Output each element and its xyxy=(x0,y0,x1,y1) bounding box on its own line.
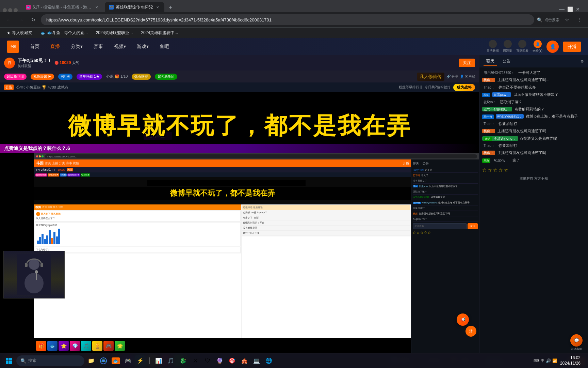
inner-right-item3: 有多少了: 全部 xyxy=(242,215,410,220)
tab1-close[interactable]: ✕ xyxy=(94,4,99,10)
bookmark-3[interactable]: 2024英雄联盟职业... xyxy=(93,29,136,37)
back-button[interactable]: ← xyxy=(4,15,14,25)
cultivation-panel[interactable]: 凡人修仙传 xyxy=(417,73,444,81)
rating-star1[interactable]: ☆ xyxy=(482,167,487,173)
start-button[interactable] xyxy=(3,355,15,367)
taskbar-game2[interactable]: ⚡ xyxy=(135,355,146,366)
nav-video[interactable]: 视频▾ xyxy=(111,42,129,51)
tray-keyboard[interactable]: ⌨ xyxy=(534,358,539,363)
window-close[interactable] xyxy=(14,8,18,12)
new-tab-button[interactable]: + xyxy=(166,3,175,12)
taskbar-app9[interactable]: 💻 xyxy=(251,355,262,366)
taskbar-game1[interactable]: 🎮 xyxy=(122,355,133,366)
tag-superfan[interactable]: 超级粉丝团 xyxy=(4,74,27,80)
nav-category[interactable]: 分类▾ xyxy=(68,42,85,51)
tray-volume[interactable]: 🔊 xyxy=(546,358,551,363)
inner-send-btn[interactable]: 发送 xyxy=(468,223,478,229)
report-icon[interactable]: 👤 客户端 xyxy=(460,74,475,79)
browser-chrome: 🐟 617 - 搜索结果 - 斗鱼直播 - 游戏... ✕ 🎮 英雄联盟惊传奇杯… xyxy=(0,0,588,38)
become-warrior-btn[interactable]: 成为战将 xyxy=(453,84,475,91)
inner-chat-input[interactable]: 发送弹幕 xyxy=(413,223,467,229)
rating-star5[interactable]: ☆ xyxy=(504,167,508,173)
bookmark-2[interactable]: 🐟 🐟斗鱼 - 每个人的直... xyxy=(38,29,91,37)
taskbar-browser-chrome[interactable] xyxy=(98,355,109,366)
taskbar-app3[interactable]: 🐉 xyxy=(178,355,189,366)
restore-btn[interactable]: ⬜ xyxy=(567,6,573,12)
browser-tab-1[interactable]: 🐟 617 - 搜索结果 - 斗鱼直播 - 游戏... ✕ xyxy=(22,2,103,12)
nav-home[interactable]: 首页 xyxy=(27,42,42,51)
bookmark-4[interactable]: 2024英雄联盟赛中... xyxy=(138,29,181,37)
close-btn[interactable]: ✕ xyxy=(576,6,580,12)
tab2-close[interactable]: ✕ xyxy=(155,4,160,10)
customer-service-btn[interactable]: 💬 xyxy=(570,334,583,347)
taskbar-app8[interactable]: 🎪 xyxy=(239,355,250,366)
forward-button[interactable]: → xyxy=(16,15,26,25)
tray-network[interactable]: 📶 xyxy=(552,358,557,363)
refresh-button[interactable]: ↻ xyxy=(29,15,38,25)
browser-tab-2[interactable]: 🎮 英雄联盟惊传奇杯52 ✕ xyxy=(105,2,164,12)
user-avatar[interactable]: 👤 xyxy=(546,41,559,53)
gift-icon-4[interactable]: 💎 xyxy=(70,341,80,351)
tag-superstar[interactable]: 超星粉战 1★ xyxy=(77,74,102,80)
search-text[interactable]: 点击搜索 xyxy=(544,17,559,22)
gift-icon-1[interactable]: 🎁 xyxy=(36,341,46,351)
nav-live[interactable]: 直播 xyxy=(48,42,63,51)
follow-button[interactable]: 关注 xyxy=(459,59,475,67)
taskbar-search[interactable]: 🔍 搜索 xyxy=(16,355,84,366)
gift-icon-8[interactable]: 🌟 xyxy=(115,341,125,351)
bookmark-star[interactable]: ☆ xyxy=(562,15,572,25)
window-maximize[interactable] xyxy=(8,8,12,12)
browser-menu[interactable]: ⋮ xyxy=(574,15,584,25)
gift-icon-7[interactable]: 🎮 xyxy=(103,341,114,351)
streamer-reply[interactable]: 主播解答 方方不知 xyxy=(482,175,585,182)
chat-msg1-text: 一卡可大将了 xyxy=(518,71,541,75)
taskbar-app7[interactable]: 🎯 xyxy=(227,355,238,366)
inner-chat-msg-2: 艺了吗: 引入了 xyxy=(413,173,478,178)
header-stats[interactable]: 日活数据 xyxy=(487,40,499,53)
tag-xingyuan[interactable]: 心愿 🎁 1/10 xyxy=(106,74,128,79)
taskbar-douyu[interactable]: 🐟 xyxy=(110,355,121,366)
bookmarks-bar: ★ 导入收藏夹 🐟 🐟斗鱼 - 每个人的直... 2024英雄联盟职业... 2… xyxy=(0,27,588,38)
tray-lang[interactable]: 中 xyxy=(541,358,544,363)
rating-star2[interactable]: ☆ xyxy=(488,167,492,173)
taskbar-app4[interactable]: ⚔ xyxy=(190,355,201,366)
chat-tab-active[interactable]: 聊天 xyxy=(484,57,497,66)
url-input[interactable] xyxy=(41,14,534,25)
rating-star3[interactable]: ☆ xyxy=(493,167,497,173)
gift-icon-5[interactable]: 🎵 xyxy=(81,341,91,351)
nav-yubar[interactable]: 鱼吧 xyxy=(157,42,172,51)
header-flow[interactable]: 周流量 xyxy=(503,40,512,53)
taskbar-app1[interactable]: 📊 xyxy=(153,355,164,366)
header-fans[interactable]: 👤 来粉(1) xyxy=(533,40,542,53)
minimize-btn[interactable]: — xyxy=(559,6,565,12)
show-desktop-btn[interactable] xyxy=(583,355,585,366)
taskbar-app10[interactable]: 🌐 xyxy=(263,355,274,366)
open-stream-btn[interactable]: 开播 xyxy=(563,42,581,52)
taskbar-file-explorer[interactable]: 📁 xyxy=(86,355,97,366)
gift-icon-3[interactable]: ⭐ xyxy=(59,341,69,351)
tag-diamond[interactable]: 钻石联赛 xyxy=(132,74,151,80)
taskbar-app5[interactable]: 🛡 xyxy=(202,355,213,366)
taskbar-clock[interactable]: 16:02 2024/11/26 xyxy=(560,355,581,366)
inner-badge2: 双!一样 xyxy=(413,202,421,204)
main-layout: 日 下午2点50见！！ 英雄联盟 🔴 10029 人气 关注 超级粉丝团 礼物展… xyxy=(0,55,588,368)
tag-superteam[interactable]: 超强助攻团 xyxy=(155,74,177,80)
nav-games[interactable]: 游戏▾ xyxy=(134,42,151,51)
gift-icon-2[interactable]: 🐟 xyxy=(47,341,58,351)
search-icon: 🔍 xyxy=(537,17,542,22)
gift-icon-6[interactable]: 🏆 xyxy=(92,341,102,351)
share-icon[interactable]: 🔗 分享 xyxy=(446,74,458,79)
notification-icon[interactable]: 📢 xyxy=(457,313,469,326)
tag-gift[interactable]: 礼物展馆 ▶ xyxy=(31,74,54,80)
taskbar-app6[interactable]: 🔮 xyxy=(214,355,225,366)
nav-esports[interactable]: 赛事 xyxy=(91,42,106,51)
header-replay[interactable]: 直播回看 xyxy=(516,40,528,53)
tag-vweekly[interactable]: V周榜 xyxy=(58,74,73,80)
chat-settings[interactable]: ⚙ xyxy=(581,59,584,64)
bookmark-1[interactable]: ★ 导入收藏夹 xyxy=(4,29,35,37)
taskbar-app2[interactable]: 🎵 xyxy=(165,355,176,366)
window-minimize[interactable] xyxy=(3,8,7,12)
rating-star4[interactable]: ☆ xyxy=(499,167,503,173)
inner-float-btn[interactable]: 活 xyxy=(466,326,476,337)
chat-tab-notice[interactable]: 公告 xyxy=(500,57,513,66)
